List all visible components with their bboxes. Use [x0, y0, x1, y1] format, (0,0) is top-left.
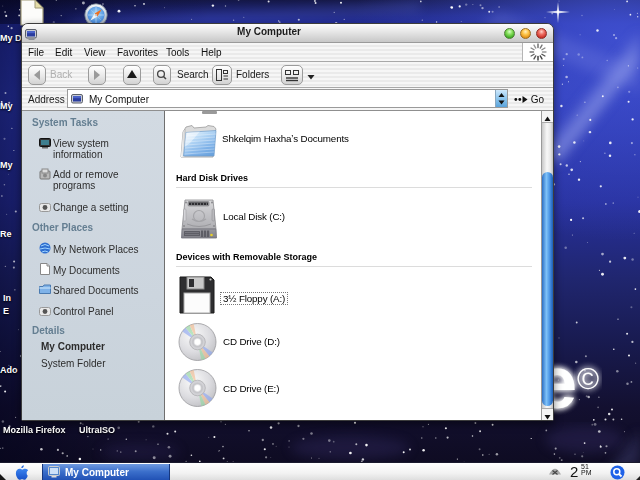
svg-text:©: ©	[577, 362, 599, 395]
